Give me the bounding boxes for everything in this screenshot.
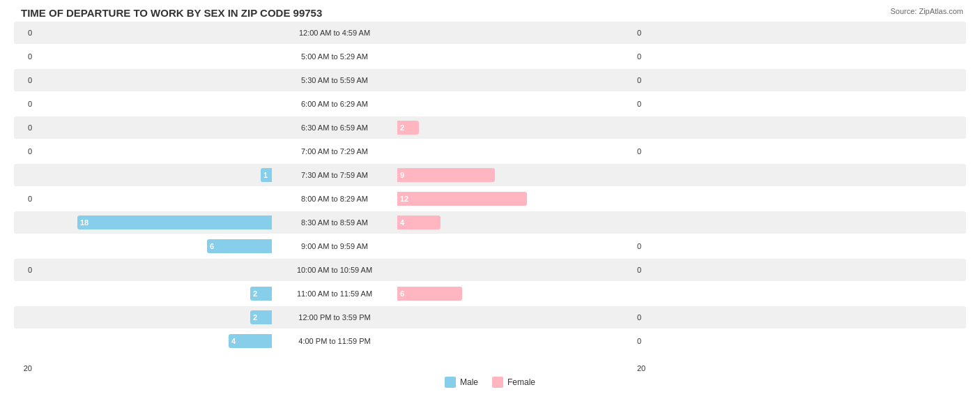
chart-container: TIME OF DEPARTURE TO WORK BY SEX IN ZIP …: [0, 0, 980, 415]
bar-left-container: 4: [35, 334, 272, 348]
female-value: 0: [634, 100, 655, 108]
bar-left-container: 6: [35, 239, 272, 253]
chart-row: 0 8:00 AM to 8:29 AM 12: [14, 188, 966, 210]
axis-row: 20 20: [14, 364, 966, 372]
male-value: 0: [14, 147, 35, 156]
male-value: 0: [14, 266, 35, 274]
time-label: 7:00 AM to 7:29 AM: [272, 147, 397, 156]
chart-row: 0 7:00 AM to 7:29 AM 0: [14, 140, 966, 163]
bar-left-container: [35, 144, 272, 158]
female-bar: 6: [397, 287, 462, 301]
male-value: 0: [14, 52, 35, 61]
female-value: 0: [634, 52, 655, 61]
time-label: 6:00 AM to 6:29 AM: [272, 100, 397, 108]
time-label: 8:30 AM to 8:59 AM: [272, 218, 397, 227]
male-bar: 6: [207, 239, 272, 253]
bar-left-container: [35, 121, 272, 135]
bar-right-container: [397, 239, 634, 253]
time-label: 12:00 AM to 4:59 AM: [272, 29, 397, 37]
bar-left-container: [35, 97, 272, 111]
male-bar: 4: [229, 334, 272, 348]
female-value: 0: [634, 147, 655, 156]
female-bar: 12: [397, 192, 527, 206]
bar-left-container: 2: [35, 310, 272, 324]
bar-left-container: 2: [35, 287, 272, 301]
bar-left-container: [35, 50, 272, 63]
chart-row: 0 5:00 AM to 5:29 AM 0: [14, 45, 966, 68]
female-value: 0: [634, 29, 655, 37]
male-value: 0: [14, 29, 35, 37]
bar-left-container: [35, 26, 272, 40]
male-bar: 18: [77, 216, 272, 229]
time-label: 11:00 AM to 11:59 AM: [272, 289, 397, 298]
bar-left-container: [35, 73, 272, 87]
chart-row: 6 9:00 AM to 9:59 AM 0: [14, 235, 966, 257]
chart-row: 0 6:00 AM to 6:29 AM 0: [14, 93, 966, 115]
female-bar: 4: [397, 216, 441, 229]
legend: Male Female: [14, 377, 966, 388]
bar-right-container: [397, 73, 634, 87]
male-legend-box: [445, 377, 456, 388]
female-value: 0: [634, 266, 655, 274]
male-legend-label: Male: [460, 377, 478, 387]
female-legend-label: Female: [507, 377, 535, 387]
time-label: 5:00 AM to 5:29 AM: [272, 52, 397, 61]
bar-right-container: 12: [397, 192, 634, 206]
bar-right-container: [397, 50, 634, 63]
time-label: 8:00 AM to 8:29 AM: [272, 195, 397, 203]
chart-row: 18 8:30 AM to 8:59 AM 4: [14, 211, 966, 234]
bar-left-container: [35, 192, 272, 206]
bar-left-container: 18: [35, 216, 272, 229]
chart-row: 0 12:00 AM to 4:59 AM 0: [14, 22, 966, 44]
time-label: 9:00 AM to 9:59 AM: [272, 242, 397, 250]
time-label: 5:30 AM to 5:59 AM: [272, 76, 397, 84]
time-label: 10:00 AM to 10:59 AM: [272, 266, 397, 274]
axis-right-label: 20: [634, 364, 655, 372]
male-value: 0: [14, 123, 35, 132]
time-label: 12:00 PM to 3:59 PM: [272, 313, 397, 322]
chart-row: 1 7:30 AM to 7:59 AM 9: [14, 164, 966, 186]
male-value: 0: [14, 195, 35, 203]
female-value: 0: [634, 242, 655, 250]
chart-title: TIME OF DEPARTURE TO WORK BY SEX IN ZIP …: [14, 7, 966, 19]
time-label: 4:00 PM to 11:59 PM: [272, 337, 397, 345]
bar-right-container: [397, 144, 634, 158]
bar-right-container: [397, 334, 634, 348]
male-bar: 2: [250, 310, 272, 324]
male-bar: 2: [250, 287, 272, 301]
time-label: 6:30 AM to 6:59 AM: [272, 123, 397, 132]
chart-area: 0 12:00 AM to 4:59 AM 0 0 5:00 AM to 5:2…: [14, 22, 966, 360]
chart-row: 0 10:00 AM to 10:59 AM 0: [14, 259, 966, 281]
female-value: 0: [634, 76, 655, 84]
female-value: 0: [634, 337, 655, 345]
bar-right-container: [397, 97, 634, 111]
bar-right-container: 6: [397, 287, 634, 301]
chart-row: 0 5:30 AM to 5:59 AM 0: [14, 69, 966, 91]
chart-row: 2 12:00 PM to 3:59 PM 0: [14, 306, 966, 329]
chart-row: 2 11:00 AM to 11:59 AM 6: [14, 282, 966, 305]
male-bar: 1: [261, 168, 272, 182]
female-bar: 9: [397, 168, 495, 182]
male-value: 0: [14, 100, 35, 108]
chart-row: 0 6:30 AM to 6:59 AM 2: [14, 116, 966, 139]
female-bar: 2: [397, 121, 419, 135]
legend-female: Female: [492, 377, 535, 388]
bar-left-container: 1: [35, 168, 272, 182]
bar-right-container: [397, 310, 634, 324]
bar-left-container: [35, 263, 272, 277]
male-value: 0: [14, 76, 35, 84]
source-label: Source: ZipAtlas.com: [890, 7, 963, 15]
bar-right-container: [397, 26, 634, 40]
time-label: 7:30 AM to 7:59 AM: [272, 171, 397, 179]
legend-male: Male: [445, 377, 478, 388]
chart-row: 4 4:00 PM to 11:59 PM 0: [14, 330, 966, 352]
female-value: 0: [634, 313, 655, 322]
bar-right-container: [397, 263, 634, 277]
bar-right-container: 9: [397, 168, 634, 182]
female-legend-box: [492, 377, 503, 388]
bar-right-container: 2: [397, 121, 634, 135]
axis-left-label: 20: [14, 364, 35, 372]
bar-right-container: 4: [397, 216, 634, 229]
